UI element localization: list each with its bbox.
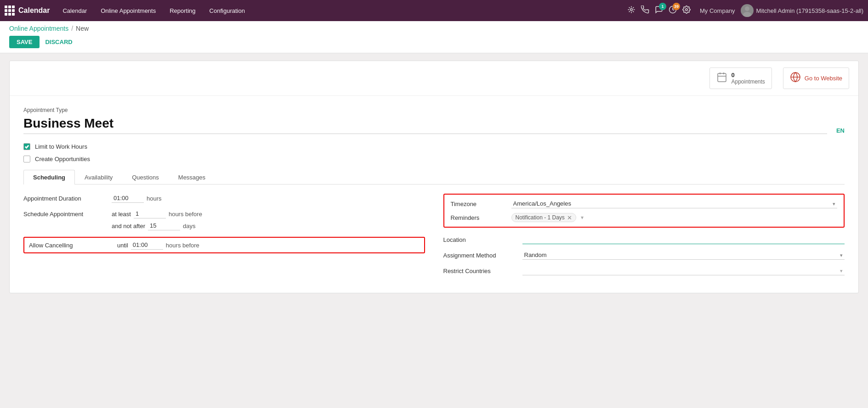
language-badge[interactable]: EN (836, 127, 845, 134)
allow-cancel-prefix: until (117, 242, 128, 249)
avatar (741, 4, 754, 17)
restrict-countries-field: Restrict Countries ▾ (443, 266, 845, 275)
timezone-value: America/Los_Angeles (511, 199, 838, 208)
nav-online-appointments[interactable]: Online Appointments (94, 5, 162, 17)
calendar-icon (716, 72, 727, 85)
limit-work-hours-checkbox[interactable] (23, 143, 30, 150)
create-opportunities-row: Create Opportunities (23, 156, 845, 162)
reminders-field: Reminders Notification - 1 Days ✕ ▾ (451, 213, 838, 222)
reminder-remove-button[interactable]: ✕ (567, 215, 572, 221)
timezone-reminders-group: Timezone America/Los_Angeles (443, 194, 845, 228)
allow-cancel-input[interactable] (131, 240, 163, 250)
create-opportunities-label: Create Opportunities (35, 156, 90, 162)
discard-button[interactable]: DISCARD (45, 39, 72, 45)
topbar-icons: 1 39 My Company Mitchell Admin (17915358… (627, 4, 863, 17)
nav-configuration[interactable]: Configuration (203, 5, 251, 17)
location-input-area[interactable] (522, 235, 845, 244)
breadcrumb-separator: / (71, 25, 73, 32)
activity-badge: 39 (673, 3, 680, 10)
appointment-type-label: Appointment Type (23, 107, 845, 113)
reminders-label: Reminders (451, 214, 506, 221)
appointments-label: Appointments (731, 78, 765, 85)
svg-point-3 (743, 12, 751, 17)
create-opportunities-checkbox[interactable] (23, 156, 30, 162)
tab-scheduling[interactable]: Scheduling (23, 170, 75, 184)
chat-icon[interactable]: 1 (655, 6, 663, 16)
company-name: My Company (700, 7, 735, 14)
form-card: 0 Appointments Go to Website Appointment… (9, 61, 859, 293)
globe-icon (790, 72, 801, 85)
tab-messages[interactable]: Messages (169, 170, 215, 184)
breadcrumb-parent[interactable]: Online Appointments (9, 25, 68, 32)
schedule-max-field: and not after days (23, 221, 425, 230)
left-column: Appointment Duration hours Schedule Appo… (23, 194, 425, 282)
allow-cancel-suffix: hours before (166, 242, 199, 249)
assignment-label: Assignment Method (443, 252, 517, 259)
schedule-value: at least hours before (112, 209, 425, 218)
bug-icon[interactable] (627, 6, 635, 16)
timezone-select[interactable]: America/Los_Angeles (511, 199, 838, 208)
schedule-min-input[interactable] (134, 209, 166, 218)
timezone-field: Timezone America/Los_Angeles (451, 199, 838, 208)
duration-input[interactable] (112, 194, 144, 203)
allow-cancel-label: Allow Cancelling (29, 242, 112, 249)
limit-work-hours-label: Limit to Work Hours (35, 143, 87, 150)
breadcrumb-current: New (76, 25, 89, 32)
allow-cancelling-row: Allow Cancelling until hours before (23, 237, 425, 253)
user-menu[interactable]: Mitchell Admin (17915358-saas-15-2-all) (741, 4, 863, 17)
breadcrumb: Online Appointments / New (9, 25, 859, 32)
location-field: Location (443, 235, 845, 244)
schedule-field: Schedule Appointment at least hours befo… (23, 209, 425, 218)
chat-badge: 1 (659, 3, 666, 10)
appointments-count: 0 (731, 72, 765, 78)
svg-rect-4 (718, 73, 726, 82)
action-bar: SAVE DISCARD (9, 36, 859, 53)
appointments-stat-button[interactable]: 0 Appointments (709, 67, 772, 89)
svg-point-0 (630, 9, 633, 11)
goto-website-button[interactable]: Go to Website (783, 67, 849, 89)
app-logo[interactable]: Calendar (5, 6, 50, 16)
reminders-dropdown-arrow[interactable]: ▾ (581, 214, 584, 221)
username: Mitchell Admin (17915358-saas-15-2-all) (756, 7, 863, 14)
phone-icon[interactable] (641, 6, 649, 16)
tabs: Scheduling Availability Questions Messag… (23, 170, 845, 184)
activity-icon[interactable]: 39 (669, 6, 677, 16)
reminder-chip-text: Notification - 1 Days (516, 214, 565, 221)
restrict-countries-label: Restrict Countries (443, 268, 517, 274)
schedule-label: Schedule Appointment (23, 211, 106, 218)
reminder-chip: Notification - 1 Days ✕ (511, 213, 576, 222)
restrict-countries-select[interactable] (522, 266, 845, 275)
save-button[interactable]: SAVE (9, 36, 40, 48)
nav-menu: Calendar Online Appointments Reporting C… (56, 5, 625, 17)
nav-reporting[interactable]: Reporting (163, 5, 202, 17)
schedule-prefix: at least (112, 211, 131, 218)
settings-icon[interactable] (682, 6, 691, 16)
nav-calendar[interactable]: Calendar (56, 5, 93, 17)
app-name: Calendar (18, 6, 50, 15)
assignment-select[interactable]: Random (522, 251, 845, 260)
schedule-suffix: hours before (169, 211, 202, 218)
grid-icon (5, 6, 15, 16)
tab-availability[interactable]: Availability (75, 170, 122, 184)
duration-suffix: hours (147, 195, 162, 202)
appointment-title: Business Meet (23, 116, 113, 130)
schedule-days: days (183, 223, 195, 229)
duration-value: hours (112, 194, 425, 203)
form-card-header: 0 Appointments Go to Website (10, 61, 858, 96)
svg-point-1 (686, 9, 688, 11)
duration-label: Appointment Duration (23, 195, 106, 202)
schedule-max-value: and not after days (112, 221, 425, 230)
duration-field: Appointment Duration hours (23, 194, 425, 203)
timezone-label: Timezone (451, 201, 506, 207)
subheader: Online Appointments / New SAVE DISCARD (0, 21, 868, 53)
top-navigation: Calendar Calendar Online Appointments Re… (0, 0, 868, 21)
goto-website-label: Go to Website (805, 75, 842, 82)
tab-questions[interactable]: Questions (122, 170, 169, 184)
form-body: Appointment Type Business Meet EN (10, 96, 858, 293)
right-column: Timezone America/Los_Angeles (443, 194, 845, 282)
reminders-value: Notification - 1 Days ✕ ▾ (511, 213, 838, 222)
schedule-max-input[interactable] (148, 221, 180, 230)
main-content: 0 Appointments Go to Website Appointment… (0, 53, 868, 301)
schedule-notafter: and not after (112, 223, 145, 229)
appointments-count-block: 0 Appointments (731, 72, 765, 85)
